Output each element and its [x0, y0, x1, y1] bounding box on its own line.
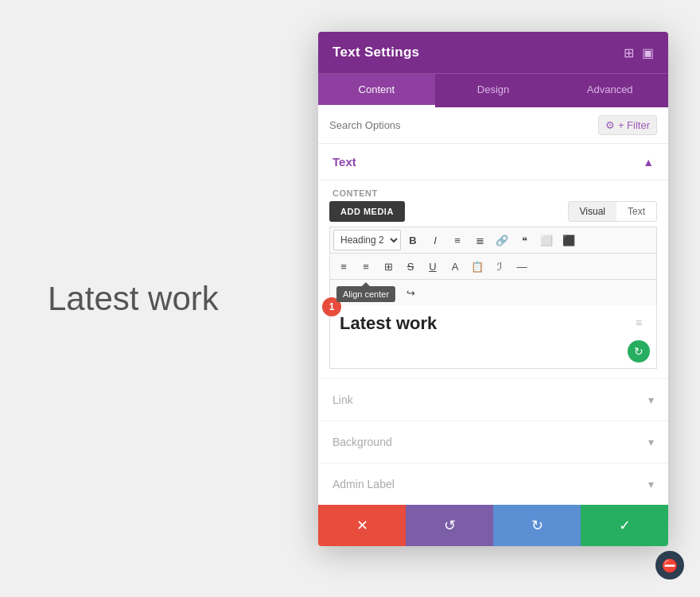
save-button[interactable]: ✓	[581, 505, 668, 546]
align-center-button[interactable]: ≡ Align center	[356, 256, 376, 277]
layers-icon-button[interactable]: ≡	[628, 312, 650, 334]
toolbar-row-3: Ω ☺ ↩ ↪	[329, 279, 657, 305]
content-sub-label: Content	[318, 180, 668, 201]
columns-icon[interactable]: ▣	[642, 45, 654, 60]
page-bg-text: Latest work	[48, 280, 219, 318]
redo-button[interactable]: ↪	[400, 282, 421, 303]
link-section[interactable]: Link ▾	[318, 378, 668, 421]
ordered-list-button[interactable]: ≣	[469, 230, 490, 250]
admin-label-section[interactable]: Admin Label ▾	[318, 463, 668, 505]
visual-tab[interactable]: Visual	[569, 202, 616, 221]
strikethrough-button[interactable]: S	[400, 256, 421, 277]
emoji-button[interactable]: ☺	[356, 282, 376, 303]
add-media-button[interactable]: ADD MEDIA	[329, 201, 405, 222]
visual-text-switcher: Visual Text	[568, 201, 657, 222]
background-section-label: Background	[332, 436, 392, 448]
table-button[interactable]: ⊞	[378, 256, 399, 277]
panel-tabs: Content Design Advanced	[318, 73, 668, 107]
step-badge: 1	[322, 297, 341, 316]
redo-footer-button[interactable]: ↻	[493, 505, 581, 546]
tab-design[interactable]: Design	[435, 74, 552, 107]
admin-chevron-icon: ▾	[648, 478, 654, 490]
align-left2-button[interactable]: ≡	[333, 256, 354, 277]
text-section-header: Text ▲	[318, 144, 668, 180]
undo-footer-button[interactable]: ↺	[406, 505, 493, 546]
unordered-list-button[interactable]: ≡	[447, 230, 468, 250]
text-section-title: Text	[332, 155, 356, 169]
cancel-button[interactable]: ✕	[318, 505, 406, 546]
filter-button[interactable]: ⚙ + Filter	[598, 115, 657, 135]
link-button[interactable]: 🔗	[492, 230, 512, 250]
panel-footer: ✕ ↺ ↻ ✓	[318, 505, 668, 546]
search-bar: ⚙ + Filter	[318, 107, 668, 144]
expand-icon[interactable]: ⊞	[624, 45, 634, 60]
filter-icon: ⚙	[605, 119, 615, 131]
link-section-label: Link	[332, 393, 353, 406]
editor-top-bar: ADD MEDIA Visual Text	[329, 201, 657, 222]
text-color-button[interactable]: A	[445, 256, 465, 277]
editor-content-area[interactable]: 1 Latest work ≡ ↻	[329, 305, 657, 369]
toolbar-row-1: Heading 2 B I ≡ ≣ 🔗 ❝ ⬜ ⬛	[329, 227, 657, 253]
align-right-button[interactable]: ⬛	[558, 230, 579, 250]
text-tab[interactable]: Text	[616, 202, 656, 221]
search-input[interactable]	[329, 119, 598, 131]
background-chevron-icon: ▾	[648, 436, 654, 448]
clear-format-button[interactable]: —	[511, 256, 532, 277]
tab-advanced[interactable]: Advanced	[551, 74, 668, 107]
toolbar-row-2: ≡ ≡ Align center ⊞ S U A 📋 ℐ —	[329, 253, 657, 279]
bold-button[interactable]: B	[402, 230, 423, 250]
align-left-button[interactable]: ⬜	[536, 230, 557, 250]
tab-content[interactable]: Content	[318, 74, 435, 107]
editor-right-icons: ≡ ↻	[628, 312, 650, 362]
settings-panel: Text Settings ⊞ ▣ Content Design Advance…	[318, 32, 668, 546]
panel-header: Text Settings ⊞ ▣	[318, 32, 668, 73]
panel-title: Text Settings	[332, 45, 419, 60]
help-button[interactable]: ⛔	[655, 551, 684, 580]
underline-button[interactable]: U	[422, 256, 443, 277]
blockquote-button[interactable]: ❝	[514, 230, 535, 250]
help-icon: ⛔	[662, 558, 678, 573]
paste-special-button[interactable]: 📋	[467, 256, 488, 277]
panel-body: Text ▲ Content ADD MEDIA Visual Text	[318, 144, 668, 505]
italic-button[interactable]: I	[425, 230, 445, 250]
panel-header-icons: ⊞ ▣	[624, 45, 654, 60]
link-chevron-icon: ▾	[648, 393, 654, 406]
heading-select[interactable]: Heading 2	[333, 230, 401, 250]
refresh-icon-button[interactable]: ↻	[628, 340, 650, 362]
editor-area: ADD MEDIA Visual Text Heading 2 B I ≡	[318, 201, 668, 378]
undo-button[interactable]: ↩	[378, 282, 399, 303]
text-section-toggle[interactable]: ▲	[643, 156, 654, 169]
admin-label-section-label: Admin Label	[332, 478, 395, 490]
editor-content-text[interactable]: Latest work	[340, 313, 647, 334]
background-section[interactable]: Background ▾	[318, 421, 668, 463]
italic2-button[interactable]: ℐ	[489, 256, 510, 277]
